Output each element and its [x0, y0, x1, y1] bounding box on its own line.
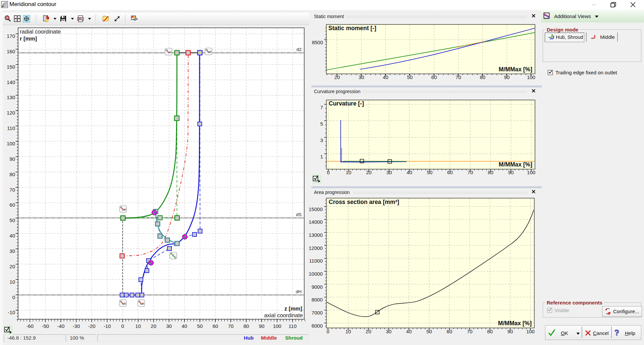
svg-text:R: R	[608, 312, 610, 316]
